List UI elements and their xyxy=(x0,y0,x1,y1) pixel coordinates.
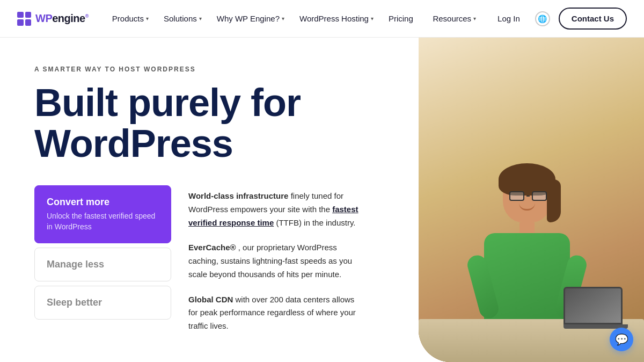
tab-convert-more[interactable]: Convert more Unlock the fastest verified… xyxy=(34,185,171,243)
hero-content: A SMARTER WAY TO HOST WORDPRESS Built pu… xyxy=(0,38,365,362)
feature-cache-bold: EverCache® xyxy=(188,243,236,252)
feature-infra-text: World-class infrastructure finely tuned … xyxy=(188,190,365,229)
tab-manage-title: Manage less xyxy=(47,259,159,270)
feature-cdn-bold: Global CDN xyxy=(188,295,233,304)
person-torso xyxy=(484,233,570,330)
person-smile xyxy=(519,203,535,211)
features-content: World-class infrastructure finely tuned … xyxy=(180,185,365,345)
features-grid: Convert more Unlock the fastest verified… xyxy=(34,185,365,345)
feature-cache-text: EverCache® , our proprietary WordPress c… xyxy=(188,241,365,281)
chevron-down-icon: ▾ xyxy=(473,16,476,21)
nav-item-resources[interactable]: Resources ▾ xyxy=(426,10,482,27)
nav-item-solutions[interactable]: Solutions ▾ xyxy=(157,10,208,27)
tab-manage-less[interactable]: Manage less xyxy=(34,248,171,281)
feature-cdn-text: Global CDN with over 200 data centers al… xyxy=(188,293,365,333)
person-head xyxy=(503,169,551,222)
nav-item-login[interactable]: Log In xyxy=(491,10,526,27)
person-glasses xyxy=(509,191,547,201)
nav-item-products[interactable]: Products ▾ xyxy=(106,10,155,27)
feature-infra-bold: World-class infrastructure xyxy=(188,191,288,200)
tab-sleep-better[interactable]: Sleep better xyxy=(34,286,171,320)
glass-left xyxy=(509,191,524,201)
navbar: WPengine® Products ▾ Solutions ▾ Why WP … xyxy=(0,0,644,38)
nav-item-pricing[interactable]: Pricing xyxy=(382,10,420,27)
tab-convert-title: Convert more xyxy=(47,197,159,208)
laptop xyxy=(564,287,628,330)
laptop-screen xyxy=(564,287,623,324)
hero-image: 💬 xyxy=(419,38,644,362)
chat-icon: 💬 xyxy=(615,333,628,346)
person-hair-side xyxy=(547,179,561,222)
logo-grid-icon xyxy=(17,12,31,26)
language-selector[interactable]: 🌐 xyxy=(535,11,550,26)
person-figure xyxy=(484,169,570,330)
hero-image-inner: 💬 xyxy=(419,38,644,362)
hero-title: Built purely for WordPress xyxy=(34,83,365,164)
nav-item-why[interactable]: Why WP Engine? ▾ xyxy=(210,10,291,27)
chevron-down-icon: ▾ xyxy=(146,16,149,21)
tab-sleep-title: Sleep better xyxy=(47,297,159,308)
nav-right: Resources ▾ Log In 🌐 Contact Us xyxy=(426,8,627,30)
glass-right xyxy=(532,191,547,201)
chevron-down-icon: ▾ xyxy=(199,16,202,21)
feature-infrastructure: World-class infrastructure finely tuned … xyxy=(188,190,365,229)
logo[interactable]: WPengine® xyxy=(17,12,89,26)
nav-links: Products ▾ Solutions ▾ Why WP Engine? ▾ … xyxy=(106,10,427,27)
feature-cdn: Global CDN with over 200 data centers al… xyxy=(188,293,365,333)
hero-section: A SMARTER WAY TO HOST WORDPRESS Built pu… xyxy=(0,38,644,362)
chevron-down-icon: ▾ xyxy=(282,16,284,21)
hero-eyebrow: A SMARTER WAY TO HOST WORDPRESS xyxy=(34,66,365,73)
person-neck xyxy=(519,222,535,233)
features-tabs: Convert more Unlock the fastest verified… xyxy=(34,185,171,320)
logo-text: WPengine® xyxy=(35,12,89,25)
feature-evercache: EverCache® , our proprietary WordPress c… xyxy=(188,241,365,281)
chevron-down-icon: ▾ xyxy=(371,16,374,21)
chat-button[interactable]: 💬 xyxy=(610,328,633,351)
tab-convert-subtitle: Unlock the fastest verified speed in Wor… xyxy=(47,211,159,232)
contact-us-button[interactable]: Contact Us xyxy=(559,8,627,30)
nav-item-hosting[interactable]: WordPress Hosting ▾ xyxy=(293,10,380,27)
glass-bridge xyxy=(526,196,530,197)
